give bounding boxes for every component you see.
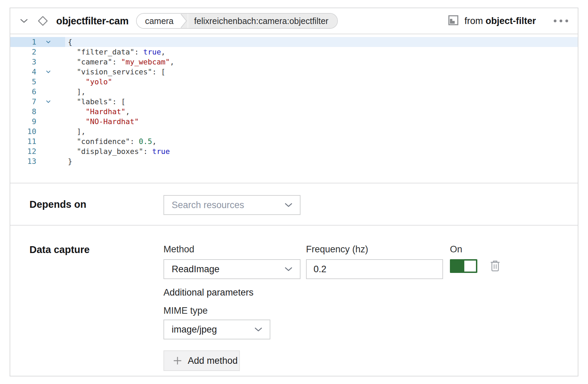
data-capture-section: Data capture Method ReadImage Frequency … [10, 225, 578, 376]
add-method-button[interactable]: Add method [163, 350, 240, 371]
code-line[interactable]: 11 "confidence": 0.5, [10, 136, 578, 146]
resource-name: objectfilter-cam [56, 15, 128, 27]
code-line[interactable]: 10 ], [10, 127, 578, 136]
capture-on-toggle[interactable] [450, 259, 477, 273]
method-label: Method [163, 244, 301, 255]
line-number: 9 [10, 117, 36, 126]
code-text: "yolo" [65, 77, 112, 86]
frequency-input[interactable] [306, 259, 443, 279]
line-number: 12 [10, 147, 36, 156]
resource-config-card: objectfilter-cam camera felixreichenbach… [10, 8, 578, 376]
line-number: 7 [10, 97, 36, 106]
code-line[interactable]: 13} [10, 156, 578, 166]
depends-on-select[interactable]: Search resources [163, 195, 301, 215]
editor-gutter: 12 [10, 146, 65, 156]
line-number: 5 [10, 77, 36, 86]
method-value: ReadImage [172, 264, 220, 275]
depends-on-placeholder: Search resources [172, 200, 244, 211]
editor-gutter: 10 [10, 127, 65, 136]
card-header-right: from object-filter [448, 15, 568, 27]
editor-gutter: 9 [10, 117, 65, 127]
fold-chevron-icon[interactable] [36, 40, 60, 44]
line-number: 1 [10, 38, 36, 46]
code-line[interactable]: 5 "yolo" [10, 77, 578, 87]
trash-icon[interactable] [490, 260, 500, 272]
line-number: 6 [10, 87, 36, 96]
line-number: 2 [10, 48, 36, 56]
add-method-label: Add method [188, 356, 238, 366]
card-header: objectfilter-cam camera felixreichenbach… [10, 8, 578, 34]
editor-gutter: 11 [10, 136, 65, 146]
line-number: 4 [10, 68, 36, 76]
code-line[interactable]: 7 "labels": [ [10, 97, 578, 107]
line-number: 3 [10, 58, 36, 66]
toggle-knob [464, 261, 476, 272]
toggle-on-label: On [450, 244, 500, 255]
code-line[interactable]: 3 "camera": "my_webcam", [10, 57, 578, 67]
editor-gutter: 5 [10, 77, 65, 87]
line-number: 13 [10, 157, 36, 166]
code-line[interactable]: 6 ], [10, 87, 578, 97]
from-module-name: object-filter [486, 16, 536, 26]
line-number: 11 [10, 137, 36, 146]
depends-on-label: Depends on [29, 195, 163, 225]
fold-chevron-icon[interactable] [36, 100, 60, 103]
mime-type-label: MIME type [163, 305, 500, 316]
badge-model-segment: felixreichenbach:camera:objectfilter [188, 14, 338, 28]
code-text: ], [65, 127, 86, 136]
code-text: "confidence": 0.5, [65, 137, 157, 146]
chevron-down-icon [285, 267, 292, 272]
resource-type-badge: camera felixreichenbach:camera:objectfil… [136, 13, 338, 29]
code-line[interactable]: 12 "display_boxes": true [10, 146, 578, 156]
editor-gutter: 1 [10, 37, 65, 47]
camera-resource-diamond-icon [36, 14, 49, 27]
code-editor[interactable]: 1{2 "filter_data": true,3 "camera": "my_… [10, 34, 578, 183]
editor-gutter: 6 [10, 87, 65, 97]
capture-method-row: Method ReadImage Frequency (hz) On [163, 244, 500, 279]
chevron-down-icon [255, 327, 262, 332]
code-line[interactable]: 4 "vision_services": [ [10, 67, 578, 77]
chevron-down-icon [285, 203, 292, 207]
editor-gutter: 3 [10, 57, 65, 67]
code-text: "display_boxes": true [65, 147, 170, 156]
code-text: } [65, 157, 72, 166]
data-capture-fields: Method ReadImage Frequency (hz) On [163, 244, 500, 376]
badge-chevron-divider [179, 14, 188, 28]
plus-icon [173, 356, 182, 365]
code-text: "filter_data": true, [65, 48, 166, 56]
from-module-link[interactable]: from object-filter [464, 16, 536, 26]
code-line[interactable]: 2 "filter_data": true, [10, 47, 578, 57]
editor-gutter: 13 [10, 156, 65, 166]
code-line[interactable]: 8 "Hardhat", [10, 107, 578, 117]
fold-chevron-icon[interactable] [36, 70, 60, 73]
editor-gutter: 2 [10, 47, 65, 57]
editor-gutter: 7 [10, 97, 65, 107]
badge-type-segment: camera [137, 14, 179, 28]
editor-gutter: 8 [10, 107, 65, 117]
card-header-left: objectfilter-cam camera felixreichenbach… [20, 13, 338, 29]
module-icon [448, 15, 459, 27]
code-line[interactable]: 9 "NO-Hardhat" [10, 117, 578, 127]
method-select[interactable]: ReadImage [163, 259, 301, 279]
code-text: ], [65, 87, 86, 96]
additional-parameters-label: Additional parameters [163, 287, 500, 298]
editor-gutter: 4 [10, 67, 65, 77]
code-text: "Hardhat", [65, 107, 130, 116]
collapse-chevron-icon[interactable] [20, 19, 28, 23]
code-text: "NO-Hardhat" [65, 117, 139, 126]
depends-on-section: Depends on Search resources [10, 183, 578, 225]
from-label: from [464, 16, 483, 26]
data-capture-label: Data capture [29, 244, 163, 376]
frequency-label: Frequency (hz) [306, 244, 443, 255]
code-text: { [65, 38, 72, 46]
code-line[interactable]: 1{ [10, 37, 578, 47]
code-text: "camera": "my_webcam", [65, 58, 174, 66]
ellipsis-menu-icon[interactable] [554, 20, 568, 22]
mime-type-select[interactable]: image/jpeg [163, 320, 270, 339]
code-text: "labels": [ [65, 97, 125, 106]
mime-type-value: image/jpeg [172, 324, 217, 335]
line-number: 10 [10, 127, 36, 136]
line-number: 8 [10, 107, 36, 116]
code-text: "vision_services": [ [65, 68, 166, 76]
